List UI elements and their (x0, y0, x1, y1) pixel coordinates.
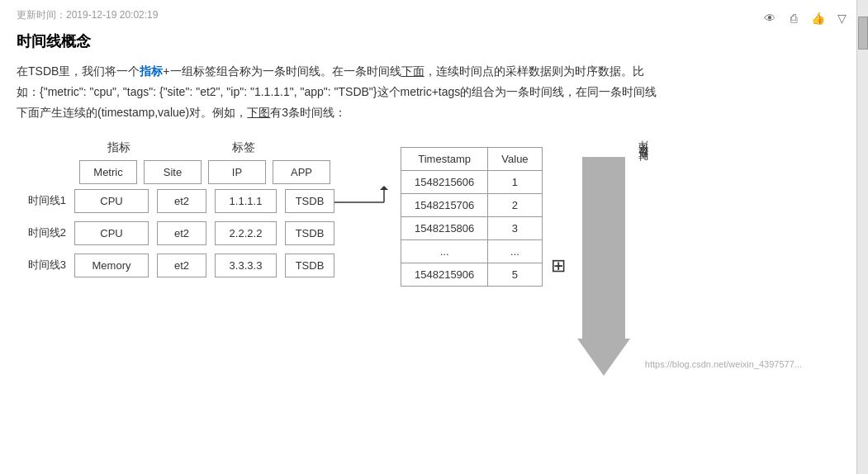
ts-row-ellipsis-ts: ... (401, 239, 488, 263)
ts-header-value: Value (488, 147, 542, 170)
arrow-connector (334, 186, 401, 296)
diagram-area: 指标 标签 Metric Site IP APP 时间线1 CPU e (17, 140, 851, 376)
cell-metric-2: CPU (74, 221, 149, 245)
section-title: 时间线概念 (17, 31, 851, 51)
timeline-label-1: 时间线1 (17, 193, 66, 208)
ts-row-5-ts: 1548215906 (401, 263, 488, 286)
list-item: ... ... (401, 239, 543, 263)
metric-tag-section: 指标 标签 Metric Site IP APP 时间线1 CPU e (17, 140, 334, 277)
cell-metric-1: CPU (74, 189, 149, 213)
table-row: 时间线2 CPU et2 2.2.2.2 TSDB (17, 221, 334, 245)
timeline-rows: 时间线1 CPU et2 1.1.1.1 TSDB 时间线2 CPU et2 2… (17, 189, 334, 277)
cell-site-1: et2 (157, 189, 206, 213)
ts-row-2-ts: 1548215706 (401, 193, 488, 216)
scrollbar[interactable] (856, 0, 868, 474)
header-ip: IP (208, 160, 266, 184)
cell-app-2: TSDB (285, 221, 334, 245)
timeline-label-3: 时间线3 (17, 258, 66, 273)
eye-icon[interactable]: 👁 (760, 8, 780, 28)
cell-app-1: TSDB (285, 189, 334, 213)
timestamp-table: Timestamp Value 1548215606 1 1548215706 … (401, 147, 543, 287)
ts-header-timestamp: Timestamp (401, 147, 488, 170)
cell-app-3: TSDB (285, 254, 334, 277)
ts-row-2-val: 2 (488, 193, 542, 216)
down-arrow-icon (577, 157, 630, 376)
sidebar-vertical-text: 时序数据库 (637, 157, 651, 169)
action-icons: 👁 ⎙ 👍 ▽ (760, 8, 851, 28)
ts-row-1-ts: 1548215606 (401, 170, 488, 193)
header-site: Site (144, 160, 202, 184)
thumbs-up-icon[interactable]: 👍 (808, 8, 828, 28)
scrollbar-thumb[interactable] (858, 17, 868, 50)
list-item: 1548215906 5 (401, 263, 543, 286)
description-text: 在TSDB里，我们将一个指标+一组标签组合称为一条时间线。在一条时间线下面，连续… (17, 61, 851, 124)
col-header-tags-label: 标签 (157, 140, 330, 155)
list-item: 1548215806 3 (401, 216, 543, 239)
cell-ip-1: 1.1.1.1 (215, 189, 277, 213)
timestamp-section: Timestamp Value 1548215606 1 1548215706 … (401, 147, 543, 287)
timeline-label-2: 时间线2 (17, 225, 66, 240)
ts-row-3-ts: 1548215806 (401, 216, 488, 239)
plus-arrow-section: ⊞ 时序数据库 (551, 157, 651, 376)
arrow-svg (334, 186, 401, 293)
cell-ip-2: 2.2.2.2 (215, 221, 277, 245)
ts-row-3-val: 3 (488, 216, 542, 239)
ts-row-ellipsis-val: ... (488, 239, 542, 263)
highlight-metric: 指标 (140, 64, 163, 78)
col-header-metric-label: 指标 (81, 140, 157, 155)
bookmark-icon[interactable]: ▽ (832, 8, 851, 28)
big-arrow-with-text: 时序数据库 (571, 157, 651, 376)
cell-metric-3: Memory (74, 254, 149, 277)
svg-marker-2 (380, 186, 388, 190)
list-item: 1548215606 1 (401, 170, 543, 193)
header-metric: Metric (79, 160, 137, 184)
table-row: 时间线1 CPU et2 1.1.1.1 TSDB (17, 189, 334, 213)
ts-row-1-val: 1 (488, 170, 542, 193)
cell-site-2: et2 (157, 221, 206, 245)
cell-site-3: et2 (157, 254, 206, 277)
plus-sign-icon: ⊞ (551, 255, 566, 277)
share-icon[interactable]: ⎙ (784, 8, 804, 28)
table-row: 时间线3 Memory et2 3.3.3.3 TSDB (17, 254, 334, 277)
cell-ip-3: 3.3.3.3 (215, 254, 277, 277)
list-item: 1548215706 2 (401, 193, 543, 216)
update-date: 更新时间：2019-12-19 20:02:19 (17, 8, 158, 28)
header-app: APP (273, 160, 330, 184)
watermark-text: https://blog.csdn.net/weixin_4397577... (645, 359, 802, 369)
ts-row-5-val: 5 (488, 263, 542, 286)
